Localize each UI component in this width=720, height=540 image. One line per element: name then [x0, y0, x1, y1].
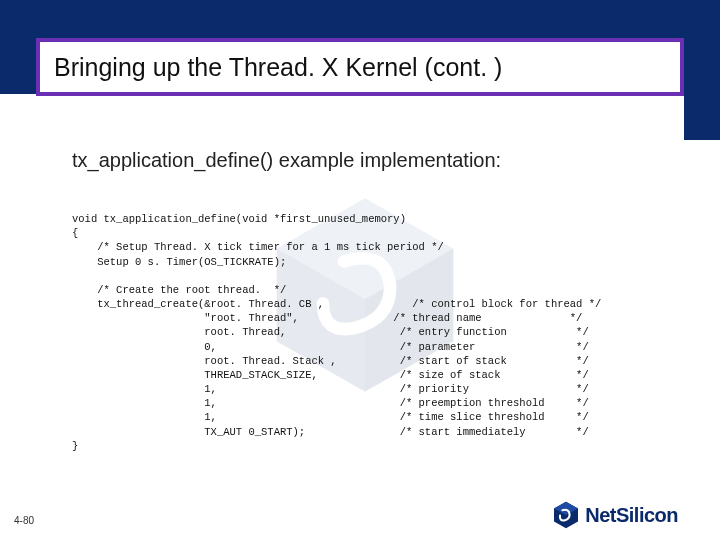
footer-logo: NetSilicon — [551, 500, 678, 530]
subtitle: tx_application_define() example implemen… — [72, 148, 660, 173]
brand-icon — [551, 500, 581, 530]
page-number: 4-80 — [14, 515, 34, 526]
code-content: void tx_application_define(void *first_u… — [72, 212, 682, 453]
code-block: void tx_application_define(void *first_u… — [72, 212, 682, 453]
title-box: Bringing up the Thread. X Kernel (cont. … — [36, 38, 684, 96]
slide-title: Bringing up the Thread. X Kernel (cont. … — [54, 53, 502, 82]
header-side-block — [684, 38, 720, 140]
brand-name: NetSilicon — [585, 504, 678, 527]
slide: Bringing up the Thread. X Kernel (cont. … — [0, 0, 720, 540]
